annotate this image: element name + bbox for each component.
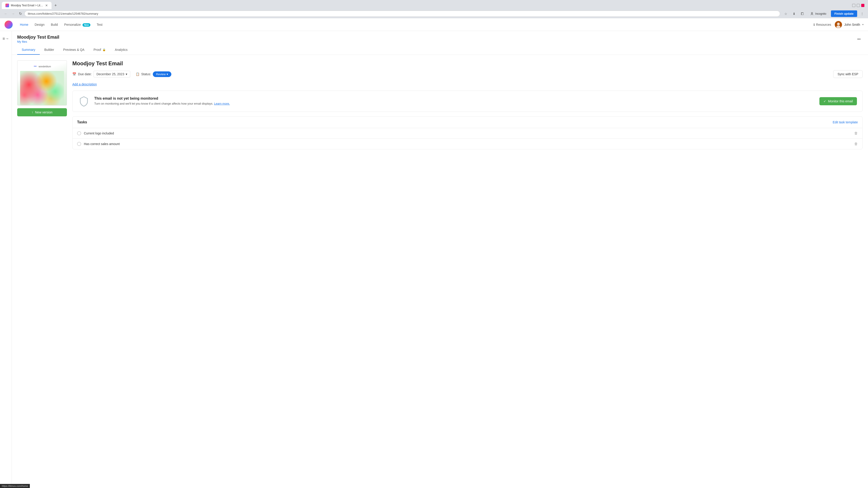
due-date-label: Due date: xyxy=(78,72,92,76)
status-bar: https://litmus.com/home xyxy=(0,484,30,488)
sidebar-toggle-button[interactable]: ≡→ xyxy=(1,35,11,43)
resources-label: Resources xyxy=(816,23,831,26)
task-item-2: Has correct sales amount 🗑 xyxy=(72,138,862,149)
forward-button[interactable]: → xyxy=(10,11,16,17)
main-content: Moodjoy Test Email My files ••• Summary … xyxy=(12,31,868,488)
tasks-header: Tasks Edit task template xyxy=(72,117,862,128)
breadcrumb-link[interactable]: My files xyxy=(17,40,27,43)
minimize-button[interactable] xyxy=(852,4,855,7)
address-bar[interactable]: litmus.com/folders/275121/emails/1254678… xyxy=(24,11,780,17)
app: Home Design Build Personalize New Test ℹ… xyxy=(0,18,868,488)
tab-previews-qa[interactable]: Previews & QA xyxy=(59,45,89,55)
task-label-2: Has correct sales amount xyxy=(84,142,851,146)
email-detail-title: Moodjoy Test Email xyxy=(72,60,863,67)
user-menu[interactable]: John Smith ▾ xyxy=(835,21,864,28)
tab-title: Moodjoy Test Email > Litmus xyxy=(11,4,43,7)
nav-build[interactable]: Build xyxy=(48,21,61,28)
tab-favicon xyxy=(5,4,9,7)
new-tab-button[interactable]: + xyxy=(53,2,59,8)
top-nav: Home Design Build Personalize New Test ℹ… xyxy=(0,18,868,31)
tab-proof[interactable]: Proof 🔒 xyxy=(89,45,110,55)
preview-logo: wonderblum xyxy=(33,64,51,69)
monitor-card: This email is not yet being monitored Tu… xyxy=(72,91,863,112)
browser-controls: ← → ↻ litmus.com/folders/275121/emails/1… xyxy=(0,9,868,18)
tab-close-button[interactable]: ✕ xyxy=(45,4,48,7)
monitor-title: This email is not yet being monitored xyxy=(94,96,815,101)
due-date-selector[interactable]: December 25, 2023 ▾ xyxy=(94,71,130,77)
maximize-button[interactable] xyxy=(857,4,860,7)
incognito-button[interactable]: Incognito xyxy=(807,11,829,17)
download-button[interactable]: ⬇ xyxy=(791,11,797,17)
active-tab[interactable]: Moodjoy Test Email > Litmus ✕ xyxy=(2,2,52,9)
user-name: John Smith xyxy=(844,23,860,26)
avatar xyxy=(835,21,842,28)
task-item: Current logo included 🗑 xyxy=(72,128,862,138)
page-title-section: Moodjoy Test Email My files xyxy=(17,35,852,43)
personalize-badge: New xyxy=(83,23,90,27)
close-button[interactable] xyxy=(861,4,864,7)
nav-personalize[interactable]: Personalize New xyxy=(61,21,93,28)
task-checkbox-2[interactable] xyxy=(77,142,81,146)
monitor-check-icon: ✓ xyxy=(824,99,826,103)
tab-bar: Moodjoy Test Email > Litmus ✕ + xyxy=(0,0,868,9)
status-value: Review xyxy=(156,72,166,76)
monitor-this-email-button[interactable]: ✓ Monitor this email xyxy=(819,97,857,105)
monitor-description: Turn on monitoring and we'll let you kno… xyxy=(94,101,815,106)
detail-section: Moodjoy Test Email 📅 Due date: December … xyxy=(72,60,863,149)
nav-design[interactable]: Design xyxy=(32,21,47,28)
svg-point-2 xyxy=(837,23,840,25)
browser-actions: ☆ ⬇ ⧠ Incognito Finish update ⋮ xyxy=(783,10,865,17)
sidebar: ≡→ xyxy=(0,31,12,488)
reload-button[interactable]: ↻ xyxy=(17,11,24,17)
shield-icon xyxy=(79,96,89,107)
shield-icon-wrap xyxy=(78,95,90,107)
incognito-label: Incognito xyxy=(815,12,827,15)
resources-link[interactable]: ℹ Resources xyxy=(813,23,831,26)
email-preview-card: wonderblum ↑ New version xyxy=(17,60,67,149)
task-delete-1[interactable]: 🗑 xyxy=(854,131,858,135)
edit-task-template-link[interactable]: Edit task template xyxy=(833,121,858,124)
due-date-value: December 25, 2023 xyxy=(96,72,124,76)
finish-update-button[interactable]: Finish update xyxy=(831,10,857,17)
due-date-chevron: ▾ xyxy=(126,72,127,76)
status-chevron: ▾ xyxy=(166,72,168,76)
tab-analytics[interactable]: Analytics xyxy=(110,45,132,55)
app-logo[interactable] xyxy=(4,21,13,29)
task-label-1: Current logo included xyxy=(84,131,851,135)
task-checkbox-1[interactable] xyxy=(77,131,81,135)
nav-test[interactable]: Test xyxy=(94,21,105,28)
status-bar-url: https://litmus.com/home xyxy=(2,485,28,487)
status-item: 📋 Status: Review ▾ xyxy=(135,71,171,77)
extensions-button[interactable]: ⧠ xyxy=(799,11,805,17)
browser-more-button[interactable]: ⋮ xyxy=(859,11,865,17)
due-date-item: 📅 Due date: December 25, 2023 ▾ xyxy=(72,71,130,77)
tasks-section: Tasks Edit task template Current logo in… xyxy=(72,116,863,149)
bookmark-button[interactable]: ☆ xyxy=(783,11,789,17)
tab-summary[interactable]: Summary xyxy=(17,45,40,55)
clipboard-icon: 📋 xyxy=(135,72,140,76)
body-content: wonderblum ↑ New version Moodjoy Test Em… xyxy=(12,55,868,155)
new-version-button[interactable]: ↑ New version xyxy=(17,108,67,116)
status-label: Status: xyxy=(141,72,151,76)
tab-builder[interactable]: Builder xyxy=(40,45,59,55)
address-text: litmus.com/folders/275121/emails/1254678… xyxy=(28,12,777,15)
calendar-icon: 📅 xyxy=(72,72,76,76)
learn-more-link[interactable]: Learn more. xyxy=(214,102,230,105)
page-title: Moodjoy Test Email xyxy=(17,35,852,40)
status-badge[interactable]: Review ▾ xyxy=(153,71,171,77)
tabs-bar: Summary Builder Previews & QA Proof 🔒 An… xyxy=(12,45,868,55)
page-more-button[interactable]: ••• xyxy=(855,35,863,43)
content-wrapper: ≡→ Moodjoy Test Email My files ••• Summa… xyxy=(0,31,868,488)
svg-point-0 xyxy=(811,12,813,14)
preview-flowers-image xyxy=(20,71,64,105)
browser-chrome: Moodjoy Test Email > Litmus ✕ + ← → ↻ li… xyxy=(0,0,868,18)
nav-right: ℹ Resources John Smith ▾ xyxy=(813,21,864,28)
monitor-text: This email is not yet being monitored Tu… xyxy=(94,96,815,106)
lock-icon: 🔒 xyxy=(102,48,106,51)
task-delete-2[interactable]: 🗑 xyxy=(854,142,858,146)
svg-point-3 xyxy=(836,26,840,28)
back-button[interactable]: ← xyxy=(3,11,9,17)
sync-with-esp-button[interactable]: Sync with ESP xyxy=(833,70,863,78)
add-description-link[interactable]: Add a description xyxy=(72,83,97,86)
nav-home[interactable]: Home xyxy=(17,21,31,28)
